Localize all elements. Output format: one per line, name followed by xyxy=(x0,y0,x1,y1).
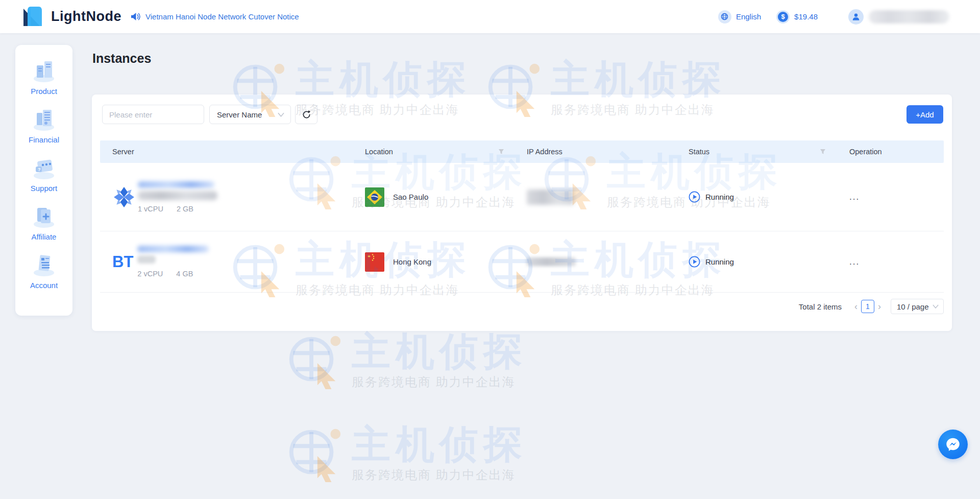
table-row: 1 vCPU 2 GB Sao Paulo xyxy=(100,163,944,231)
ip-address-redacted xyxy=(527,189,574,205)
support-chat-icon: ? xyxy=(31,154,57,181)
watermark-title: 主机侦探 xyxy=(352,424,527,465)
server-ram: 2 GB xyxy=(177,205,193,213)
watermark-title: 主机侦探 xyxy=(551,59,726,100)
announcement-text: Vietnam Hanoi Node Network Cutover Notic… xyxy=(145,12,299,21)
lightnode-logo[interactable]: LightNode xyxy=(22,6,121,27)
speaker-icon xyxy=(131,12,140,21)
search-type-value: Server Name xyxy=(217,110,262,119)
server-name-redacted xyxy=(137,246,209,252)
server-location: Hong Kong xyxy=(393,257,431,266)
top-header: LightNode Vietnam Hanoi Node Network Cut… xyxy=(0,0,980,33)
row-actions-button[interactable]: ... xyxy=(849,192,860,202)
sidebar-item-label: Financial xyxy=(29,135,59,144)
page-size-value: 10 / page xyxy=(897,302,929,311)
next-page-button[interactable]: › xyxy=(874,301,885,312)
sidebar-item-label: Support xyxy=(31,184,58,193)
sidebar-item-financial[interactable]: Financial xyxy=(29,106,59,144)
watermark: 主机侦探 服务跨境电商 助力中企出海 xyxy=(283,331,527,391)
os-icon-centos xyxy=(113,186,135,208)
status-label: Running xyxy=(705,257,734,266)
lightnode-console: 主机侦探 服务跨境电商 助力中企出海 主机侦探 服务跨境电商 助力中企出海 主机… xyxy=(0,0,980,499)
column-header-status: Status xyxy=(689,148,709,156)
user-menu[interactable] xyxy=(848,9,949,25)
messenger-icon xyxy=(944,436,962,453)
location-filter-icon[interactable] xyxy=(498,149,504,155)
refresh-icon xyxy=(302,110,311,120)
pagination-total: Total 2 items xyxy=(799,302,842,311)
status-filter-icon[interactable] xyxy=(820,149,826,155)
table-row: BT 2 vCPU 4 GB H xyxy=(100,231,944,293)
globe-cursor-watermark-icon xyxy=(283,331,344,391)
product-servers-icon xyxy=(31,57,57,84)
watermark: 主机侦探 服务跨境电商 助力中企出海 xyxy=(283,424,527,484)
chevron-down-icon xyxy=(278,112,284,117)
page-title: Instances xyxy=(92,51,151,66)
balance-button[interactable]: $ $19.48 xyxy=(776,10,818,23)
messenger-chat-button[interactable] xyxy=(938,430,968,459)
account-document-icon xyxy=(31,251,57,278)
lightnode-logo-icon xyxy=(22,6,46,27)
language-label: English xyxy=(736,12,761,21)
watermark-title: 主机侦探 xyxy=(296,59,471,100)
sidebar-item-account[interactable]: Account xyxy=(30,251,58,290)
running-play-icon xyxy=(689,191,700,203)
sidebar-item-product[interactable]: Product xyxy=(31,57,57,96)
user-avatar-icon xyxy=(848,9,864,25)
language-switcher[interactable]: English xyxy=(718,10,761,23)
brazil-flag-icon xyxy=(365,187,384,207)
pagination: Total 2 items ‹ 1 › 10 / page xyxy=(799,299,944,314)
server-name-redacted xyxy=(138,181,214,188)
prev-page-button[interactable]: ‹ xyxy=(851,301,861,312)
header-actions: English $ $19.48 xyxy=(718,0,949,33)
watermark-subtitle: 服务跨境电商 助力中企出海 xyxy=(352,374,527,390)
table-header-row: Server Location IP Address Status Operat… xyxy=(100,140,944,163)
sidebar-item-label: Account xyxy=(30,281,58,290)
os-icon-bt: BT xyxy=(112,253,133,271)
china-flag-icon xyxy=(365,252,384,272)
dollar-coin-icon: $ xyxy=(776,10,790,23)
refresh-button[interactable] xyxy=(295,105,317,124)
instances-card: Server Name +Add Server Location IP Addr… xyxy=(92,94,952,331)
ip-address-redacted xyxy=(527,257,576,266)
language-globe-icon xyxy=(718,10,731,23)
column-header-ip: IP Address xyxy=(514,148,676,156)
sidebar-item-support[interactable]: ? Support xyxy=(31,154,58,193)
username-redacted xyxy=(869,10,949,23)
announcement-link[interactable]: Vietnam Hanoi Node Network Cutover Notic… xyxy=(131,0,299,33)
server-hostname-redacted xyxy=(138,191,217,200)
running-play-icon xyxy=(689,256,700,268)
sidebar-item-label: Product xyxy=(31,87,57,96)
column-header-operation: Operation xyxy=(835,148,944,156)
server-hostname-redacted xyxy=(137,255,156,264)
server-cpu: 2 vCPU xyxy=(137,270,163,278)
add-instance-button[interactable]: +Add xyxy=(906,105,943,124)
column-header-location: Location xyxy=(365,148,393,156)
financial-invoice-icon xyxy=(31,106,57,132)
balance-amount: $19.48 xyxy=(794,12,818,21)
search-input[interactable] xyxy=(103,105,214,124)
server-location: Sao Paulo xyxy=(393,193,428,201)
row-actions-button[interactable]: ... xyxy=(849,257,860,267)
search-box xyxy=(102,105,204,124)
logo-text: LightNode xyxy=(51,9,121,25)
affiliate-folder-plus-icon xyxy=(31,203,57,229)
sidebar-item-affiliate[interactable]: Affiliate xyxy=(31,203,57,241)
globe-cursor-watermark-icon xyxy=(283,424,344,484)
svg-text:?: ? xyxy=(38,167,41,172)
server-ram: 4 GB xyxy=(176,270,193,278)
sidebar-item-label: Affiliate xyxy=(32,232,57,241)
status-label: Running xyxy=(705,193,734,201)
watermark-subtitle: 服务跨境电商 助力中企出海 xyxy=(352,467,527,483)
page-size-select[interactable]: 10 / page xyxy=(891,299,944,314)
chevron-down-icon xyxy=(933,304,939,308)
page-number-button[interactable]: 1 xyxy=(861,300,874,313)
watermark-title: 主机侦探 xyxy=(352,331,527,372)
instances-table: Server Location IP Address Status Operat… xyxy=(100,140,944,293)
column-header-server: Server xyxy=(100,148,353,156)
search-type-select[interactable]: Server Name xyxy=(209,105,291,124)
sidebar-nav: Product Financial ? Support xyxy=(15,45,72,316)
server-cpu: 1 vCPU xyxy=(138,205,163,213)
